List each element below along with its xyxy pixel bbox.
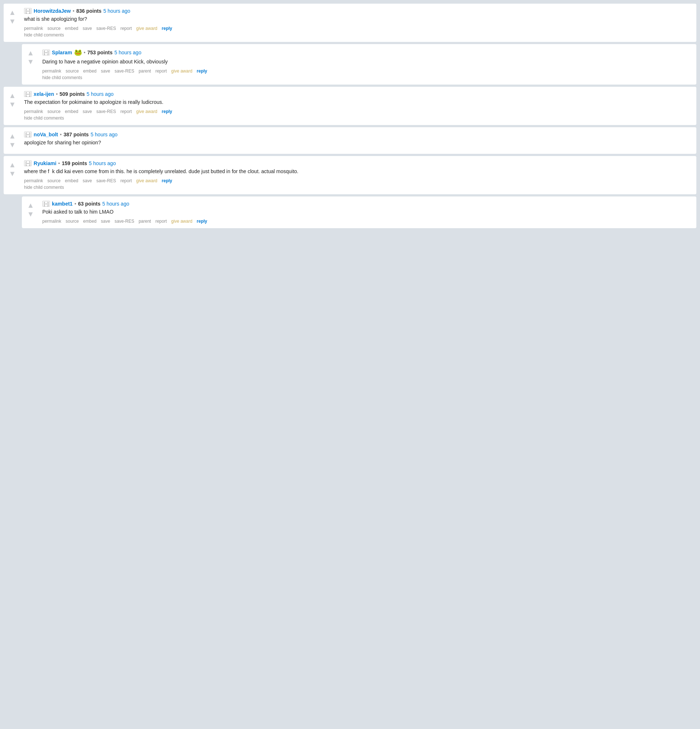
username[interactable]: Splaram <box>52 49 72 55</box>
hide-child-comments-link[interactable]: hide child comments <box>24 116 691 121</box>
username[interactable]: Ryukiami <box>33 160 56 166</box>
collapse-button[interactable]: [–] <box>24 8 32 14</box>
upvote-arrow[interactable]: ▲ <box>9 132 16 140</box>
separator-dot: • <box>73 8 74 14</box>
comment-points: 387 points <box>64 132 89 137</box>
reply-link[interactable]: reply <box>197 219 208 224</box>
comment-timestamp[interactable]: 5 hours ago <box>90 132 118 137</box>
report-link[interactable]: report <box>155 68 167 74</box>
save-link[interactable]: save <box>101 68 110 74</box>
source-link[interactable]: source <box>47 109 61 114</box>
save-RES-link[interactable]: save-RES <box>115 68 134 74</box>
comment-timestamp[interactable]: 5 hours ago <box>115 49 141 55</box>
action-bar: permalinksourceembedsavesave-RESparentre… <box>42 68 691 74</box>
downvote-arrow[interactable]: ▼ <box>27 210 34 218</box>
reply-link[interactable]: reply <box>162 26 173 31</box>
downvote-arrow[interactable]: ▼ <box>9 100 16 109</box>
downvote-arrow[interactable]: ▼ <box>9 140 16 149</box>
comment-meta: [–]Ryukiami•159 points5 hours ago <box>24 160 691 166</box>
reply-link[interactable]: reply <box>162 178 173 183</box>
give-award-link[interactable]: give award <box>137 26 157 31</box>
comment-points: 509 points <box>60 91 84 97</box>
permalink-link[interactable]: permalink <box>42 219 61 224</box>
permalink-link[interactable]: permalink <box>42 68 61 74</box>
comment-timestamp[interactable]: 5 hours ago <box>87 91 114 97</box>
source-link[interactable]: source <box>65 68 79 74</box>
downvote-arrow[interactable]: ▼ <box>9 169 16 178</box>
comment-timestamp[interactable]: 5 hours ago <box>103 8 130 14</box>
give-award-link[interactable]: give award <box>171 68 193 74</box>
action-bar: permalinksourceembedsavesave-RESreportgi… <box>24 26 691 31</box>
upvote-arrow[interactable]: ▲ <box>27 201 34 210</box>
give-award-link[interactable]: give award <box>137 178 157 183</box>
embed-link[interactable]: embed <box>65 26 78 31</box>
user-flair: 🐸 <box>74 48 82 57</box>
separator-dot: • <box>84 49 86 55</box>
upvote-arrow[interactable]: ▲ <box>27 48 34 57</box>
embed-link[interactable]: embed <box>65 109 78 114</box>
downvote-arrow[interactable]: ▼ <box>9 17 16 26</box>
username[interactable]: HorowitzdaJew <box>33 8 71 14</box>
parent-link[interactable]: parent <box>138 219 151 224</box>
save-RES-link[interactable]: save-RES <box>96 109 116 114</box>
upvote-arrow[interactable]: ▲ <box>9 91 16 100</box>
collapse-button[interactable]: [–] <box>24 160 32 166</box>
hide-child-comments-link[interactable]: hide child comments <box>24 32 691 38</box>
report-link[interactable]: report <box>120 178 132 183</box>
upvote-arrow[interactable]: ▲ <box>9 160 16 169</box>
source-link[interactable]: source <box>47 26 61 31</box>
save-link[interactable]: save <box>83 26 92 31</box>
comment-text: where the f k did kai even come from in … <box>24 168 691 175</box>
report-link[interactable]: report <box>120 26 132 31</box>
permalink-link[interactable]: permalink <box>24 26 43 31</box>
collapse-button[interactable]: [–] <box>24 91 32 97</box>
comment-block: ▲▼[–]HorowitzdaJew•836 points5 hours ago… <box>4 4 696 42</box>
embed-link[interactable]: embed <box>65 178 78 183</box>
reply-link[interactable]: reply <box>197 68 208 74</box>
reply-link[interactable]: reply <box>162 109 173 114</box>
comment-main: [–]kambet1•63 points5 hours agoPoki aske… <box>42 201 691 224</box>
hide-child-comments-link[interactable]: hide child comments <box>42 75 691 80</box>
save-RES-link[interactable]: save-RES <box>96 26 116 31</box>
give-award-link[interactable]: give award <box>137 109 157 114</box>
vote-column: ▲▼ <box>27 201 34 218</box>
collapse-button[interactable]: [–] <box>42 201 50 207</box>
parent-link[interactable]: parent <box>138 68 151 74</box>
save-RES-link[interactable]: save-RES <box>96 178 116 183</box>
action-bar: permalinksourceembedsavesave-RESreportgi… <box>24 178 691 183</box>
give-award-link[interactable]: give award <box>171 219 193 224</box>
comment-text: The expectation for pokimaine to apologi… <box>24 99 691 106</box>
comment-block: ▲▼[–]noVa_bolt•387 points5 hours agoapol… <box>4 127 696 154</box>
report-link[interactable]: report <box>155 219 167 224</box>
upvote-arrow[interactable]: ▲ <box>9 8 16 17</box>
source-link[interactable]: source <box>65 219 79 224</box>
comment-meta: [–]xela-ijen•509 points5 hours ago <box>24 91 691 97</box>
comment-main: [–]noVa_bolt•387 points5 hours agoapolog… <box>24 132 691 147</box>
hide-child-comments-link[interactable]: hide child comments <box>24 185 691 190</box>
collapse-button[interactable]: [–] <box>24 132 32 137</box>
permalink-link[interactable]: permalink <box>24 178 43 183</box>
embed-link[interactable]: embed <box>83 219 97 224</box>
username[interactable]: xela-ijen <box>33 91 54 97</box>
comment-main: [–]HorowitzdaJew•836 points5 hours agowh… <box>24 8 691 38</box>
action-bar: permalinksourceembedsavesave-RESparentre… <box>42 219 691 224</box>
username[interactable]: kambet1 <box>52 201 73 207</box>
comment-meta: [–]kambet1•63 points5 hours ago <box>42 201 691 207</box>
comment-meta: [–]HorowitzdaJew•836 points5 hours ago <box>24 8 691 14</box>
comment-block: ▲▼[–]Ryukiami•159 points5 hours agowhere… <box>4 156 696 194</box>
vote-column: ▲▼ <box>9 8 16 26</box>
downvote-arrow[interactable]: ▼ <box>27 57 34 66</box>
source-link[interactable]: source <box>47 178 61 183</box>
username[interactable]: noVa_bolt <box>33 132 58 137</box>
save-RES-link[interactable]: save-RES <box>115 219 134 224</box>
permalink-link[interactable]: permalink <box>24 109 43 114</box>
save-link[interactable]: save <box>83 178 92 183</box>
comment-timestamp[interactable]: 5 hours ago <box>102 201 129 207</box>
comment-timestamp[interactable]: 5 hours ago <box>89 160 116 166</box>
collapse-button[interactable]: [–] <box>42 49 50 55</box>
save-link[interactable]: save <box>101 219 110 224</box>
vote-column: ▲▼ <box>9 160 16 178</box>
save-link[interactable]: save <box>83 109 92 114</box>
embed-link[interactable]: embed <box>83 68 97 74</box>
report-link[interactable]: report <box>120 109 132 114</box>
